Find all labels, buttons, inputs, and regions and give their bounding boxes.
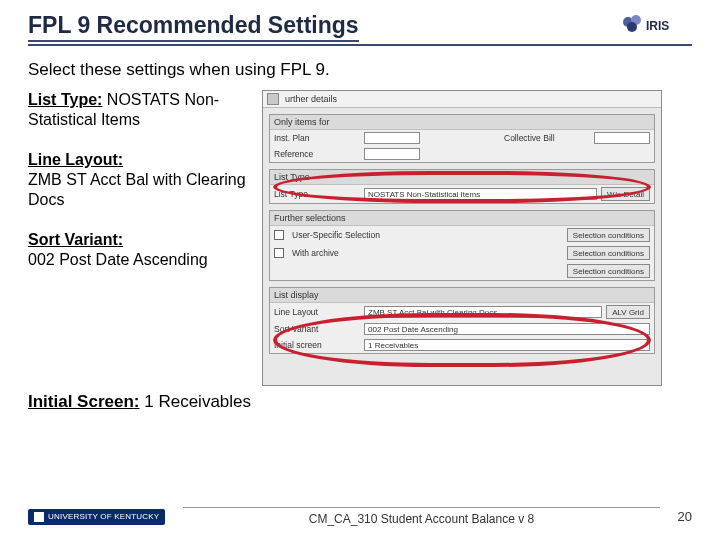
setting-value: 002 Post Date Ascending [28,251,208,268]
ss-panel-further-selections: Further selections User-Specific Selecti… [269,210,655,281]
checkbox-icon[interactable] [274,230,284,240]
iris-logo: IRIS [618,12,692,42]
setting-initial-screen: Initial Screen 1 Receivables [28,392,692,412]
ss-panel-title: List display [270,288,654,303]
setting-value: 1 Receivables [144,392,251,411]
svg-text:IRIS: IRIS [646,19,669,33]
ss-panel-list-display: List display Line Layout ZMB ST Acct Bal… [269,287,655,354]
footer: UNIVERSITY OF KENTUCKY CM_CA_310 Student… [0,507,720,526]
ss-label: Reference [274,149,360,159]
ss-label: Inst. Plan [274,133,360,143]
ss-toolbar-label: urther details [285,94,337,104]
setting-label: Initial Screen [28,392,140,411]
ss-button-sel-cond[interactable]: Selection conditions [567,228,650,242]
doc-icon [267,93,279,105]
setting-list-type: List Type NOSTATS Non-Statistical Items [28,90,248,130]
ss-panel-list-type: List Type List Type NOSTATS Non-Statisti… [269,169,655,204]
ss-field[interactable] [594,132,650,144]
uk-mark-icon [34,512,44,522]
setting-line-layout: Line Layout ZMB ST Acct Bal with Clearin… [28,150,248,210]
svg-point-2 [627,22,637,32]
ss-button-sel-cond[interactable]: Selection conditions [567,264,650,278]
ss-row: List Type NOSTATS Non-Statistical Items … [270,185,654,203]
ss-label: List Type [274,189,360,199]
header: FPL 9 Recommended Settings IRIS [28,12,692,46]
footer-doc: CM_CA_310 Student Account Balance v 8 [183,507,659,526]
ss-row: Reference [270,146,654,162]
ss-row: Selection conditions [270,262,654,280]
ss-field[interactable] [364,132,420,144]
page-number: 20 [678,509,692,524]
ss-label: Collective Bill [504,133,590,143]
uk-text: UNIVERSITY OF KENTUCKY [48,512,159,521]
setting-label: Sort Variant [28,231,123,248]
setting-label: List Type [28,91,102,108]
slide: FPL 9 Recommended Settings IRIS Select t… [0,0,720,540]
instruction-text: Select these settings when using FPL 9. [28,60,692,80]
uk-logo: UNIVERSITY OF KENTUCKY [28,509,165,525]
ss-label: Initial screen [274,340,360,350]
ss-row: With archive Selection conditions [270,244,654,262]
ss-check-label: With archive [292,248,339,258]
ss-toolbar: urther details [263,91,661,108]
ss-panel-title: Further selections [270,211,654,226]
ss-row: Initial screen 1 Receivables [270,337,654,353]
body: List Type NOSTATS Non-Statistical Items … [28,90,692,386]
ss-button-alv-grid[interactable]: ALV Grid [606,305,650,319]
ss-row: Inst. Plan Collective Bill [270,130,654,146]
ss-label: Sort Variant [274,324,360,334]
page-title: FPL 9 Recommended Settings [28,12,359,42]
settings-list: List Type NOSTATS Non-Statistical Items … [28,90,248,386]
sap-screenshot: urther details Only items for Inst. Plan… [262,90,662,386]
ss-panel-title: List Type [270,170,654,185]
ss-field-sort-variant[interactable]: 002 Post Date Ascending [364,323,650,335]
ss-panel-only-items: Only items for Inst. Plan Collective Bil… [269,114,655,163]
ss-row: Line Layout ZMB ST Acct Bal with Clearin… [270,303,654,321]
ss-row: Sort Variant 002 Post Date Ascending [270,321,654,337]
setting-label: Line Layout [28,151,123,168]
ss-field-line-layout[interactable]: ZMB ST Acct Bal with Clearing Docs [364,306,602,318]
ss-label: Line Layout [274,307,360,317]
ss-button-wo-detail[interactable]: W/o Detail [601,187,650,201]
ss-panel-title: Only items for [270,115,654,130]
ss-button-sel-cond[interactable]: Selection conditions [567,246,650,260]
checkbox-icon[interactable] [274,248,284,258]
ss-check-label: User-Specific Selection [292,230,380,240]
ss-field[interactable] [364,148,420,160]
ss-field-initial-screen[interactable]: 1 Receivables [364,339,650,351]
setting-sort-variant: Sort Variant 002 Post Date Ascending [28,230,248,270]
setting-value: ZMB ST Acct Bal with Clearing Docs [28,171,246,208]
ss-row: User-Specific Selection Selection condit… [270,226,654,244]
ss-field-list-type[interactable]: NOSTATS Non-Statistical Items [364,188,597,200]
